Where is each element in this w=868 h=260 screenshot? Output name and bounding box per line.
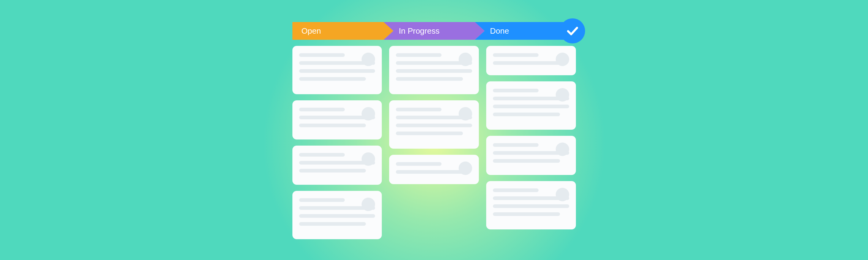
placeholder-line — [493, 212, 560, 216]
placeholder-line — [493, 188, 538, 192]
avatar-icon — [556, 142, 569, 156]
placeholder-line — [396, 69, 472, 73]
stage-open-label: Open — [292, 22, 384, 40]
placeholder-line — [396, 132, 463, 135]
task-card[interactable] — [389, 100, 479, 149]
placeholder-line — [493, 159, 560, 163]
column-done — [486, 46, 576, 239]
placeholder-line — [299, 77, 366, 81]
avatar-icon — [362, 198, 375, 211]
placeholder-line — [493, 204, 569, 208]
placeholder-line — [299, 124, 366, 127]
task-card[interactable] — [486, 136, 576, 175]
done-badge — [560, 18, 585, 43]
avatar-icon — [362, 107, 375, 121]
avatar-icon — [362, 53, 375, 66]
placeholder-line — [396, 170, 463, 174]
avatar-icon — [556, 188, 569, 201]
placeholder-line — [493, 105, 569, 108]
stage-header: Open In Progress Done — [292, 22, 576, 40]
task-card[interactable] — [486, 181, 576, 229]
avatar-icon — [556, 88, 569, 102]
task-card[interactable] — [292, 100, 382, 139]
column-open — [292, 46, 382, 239]
task-card[interactable] — [389, 155, 479, 184]
placeholder-line — [396, 124, 472, 127]
column-in-progress — [389, 46, 479, 239]
stage-inprogress-label: In Progress — [384, 22, 475, 40]
placeholder-line — [299, 222, 366, 226]
placeholder-line — [493, 112, 560, 116]
stage-done-label: Done — [475, 22, 566, 40]
placeholder-line — [396, 162, 441, 166]
placeholder-line — [493, 61, 560, 65]
placeholder-line — [299, 153, 345, 157]
task-card[interactable] — [486, 82, 576, 130]
board-columns — [292, 46, 576, 239]
placeholder-line — [299, 198, 345, 202]
placeholder-line — [299, 214, 375, 218]
placeholder-line — [396, 108, 441, 111]
placeholder-line — [493, 53, 538, 57]
placeholder-line — [396, 53, 441, 57]
task-card[interactable] — [292, 191, 382, 239]
placeholder-line — [493, 89, 538, 92]
task-card[interactable] — [292, 46, 382, 94]
placeholder-line — [299, 108, 345, 111]
kanban-board: Open In Progress Done — [292, 22, 576, 239]
task-card[interactable] — [389, 46, 479, 94]
placeholder-line — [396, 77, 463, 81]
placeholder-line — [299, 169, 366, 172]
task-card[interactable] — [292, 145, 382, 185]
checkmark-icon — [566, 24, 579, 38]
placeholder-line — [299, 53, 345, 57]
placeholder-line — [493, 143, 538, 147]
avatar-icon — [362, 152, 375, 166]
placeholder-line — [299, 69, 375, 73]
task-card[interactable] — [486, 46, 576, 75]
avatar-icon — [459, 162, 472, 175]
avatar-icon — [556, 53, 569, 66]
